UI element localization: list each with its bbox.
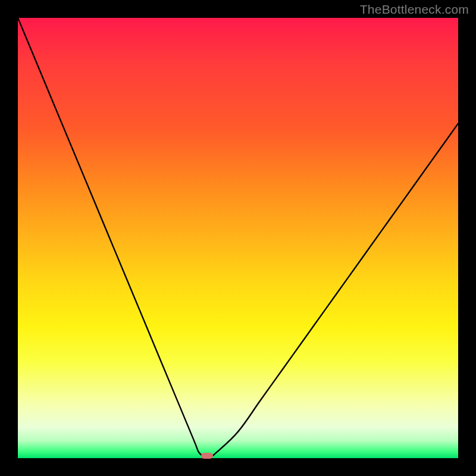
- watermark-text: TheBottleneck.com: [360, 2, 469, 17]
- chart-frame: TheBottleneck.com: [0, 0, 476, 476]
- optimal-marker-icon: [201, 453, 213, 459]
- plot-area: [18, 18, 458, 458]
- bottleneck-curve: [18, 18, 458, 458]
